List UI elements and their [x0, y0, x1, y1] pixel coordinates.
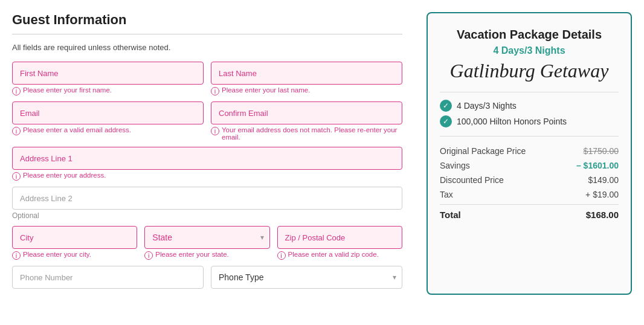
first-name-error: i Please enter your first name. — [12, 86, 204, 95]
phone-input[interactable] — [12, 266, 204, 289]
package-divider-1 — [440, 92, 619, 92]
package-title: Gatlinburg Getaway — [440, 60, 619, 82]
check-icon-2: ✓ — [440, 115, 452, 127]
email-group: i Please enter a valid email address. — [12, 101, 204, 141]
price-table: Original Package Price $1750.00 Savings … — [440, 144, 619, 222]
page-title: Guest Information — [12, 12, 402, 28]
first-name-group: i Please enter your first name. — [12, 62, 204, 95]
city-group: i Please enter your city. — [12, 226, 137, 260]
price-row-discounted: Discounted Price $149.00 — [440, 173, 619, 187]
phone-group — [12, 266, 204, 289]
zip-input[interactable] — [277, 226, 402, 249]
guest-information-form: Guest Information All fields are require… — [12, 12, 402, 295]
phone-type-select-wrapper: Phone Type ▾ — [211, 266, 402, 289]
form-subtitle: All fields are required unless otherwise… — [12, 43, 402, 52]
savings-label: Savings — [440, 161, 470, 170]
price-row-tax: Tax + $19.00 — [440, 187, 619, 202]
address2-optional: Optional — [12, 211, 402, 220]
city-state-zip-row: i Please enter your city. State ▾ i Plea… — [12, 226, 402, 260]
tax-value: + $19.00 — [585, 190, 619, 199]
original-label: Original Package Price — [440, 146, 526, 156]
total-label: Total — [440, 210, 461, 220]
address1-input[interactable] — [12, 147, 402, 170]
info-icon-8: i — [277, 251, 286, 260]
address1-error: i Please enter your address. — [12, 172, 402, 181]
info-icon-4: i — [211, 127, 219, 135]
zip-group: i Please enter a valid zip code. — [277, 226, 402, 260]
total-value: $168.00 — [586, 210, 619, 220]
address1-row: i Please enter your address. — [12, 147, 402, 181]
zip-error: i Please enter a valid zip code. — [277, 251, 402, 260]
last-name-input[interactable] — [211, 62, 402, 85]
info-icon-3: i — [12, 127, 21, 135]
state-select[interactable]: State — [144, 226, 269, 249]
check-icon-1: ✓ — [440, 100, 452, 112]
address2-group: Optional — [12, 187, 402, 220]
info-icon: i — [12, 87, 21, 95]
confirm-email-group: i Your email address does not match. Ple… — [211, 101, 402, 141]
package-divider-2 — [440, 136, 619, 137]
phone-row: Phone Type ▾ — [12, 266, 402, 289]
state-error: i Please enter your state. — [144, 251, 269, 260]
phone-type-select[interactable]: Phone Type — [211, 266, 402, 289]
feature-label-2: 100,000 Hilton Honors Points — [457, 117, 567, 126]
feature-label-1: 4 Days/3 Nights — [457, 101, 517, 111]
title-divider — [12, 34, 402, 34]
info-icon-5: i — [12, 172, 21, 181]
address2-row: Optional — [12, 187, 402, 220]
address2-input[interactable] — [12, 187, 402, 210]
discounted-value: $149.00 — [588, 175, 619, 185]
price-row-original: Original Package Price $1750.00 — [440, 144, 619, 158]
email-row: i Please enter a valid email address. i … — [12, 101, 402, 141]
savings-value: – $1601.00 — [576, 161, 619, 170]
state-group: State ▾ i Please enter your state. — [144, 226, 269, 260]
info-icon-2: i — [211, 87, 219, 95]
package-heading: Vacation Package Details — [440, 28, 619, 42]
last-name-error: i Please enter your last name. — [211, 86, 402, 95]
state-select-wrapper: State ▾ — [144, 226, 269, 249]
city-error: i Please enter your city. — [12, 251, 137, 260]
package-days: 4 Days/3 Nights — [440, 45, 619, 56]
email-input[interactable] — [12, 101, 204, 124]
last-name-group: i Please enter your last name. — [211, 62, 402, 95]
confirm-email-input[interactable] — [211, 101, 402, 124]
original-value: $1750.00 — [584, 146, 619, 156]
feature-list: ✓ 4 Days/3 Nights ✓ 100,000 Hilton Honor… — [440, 100, 619, 127]
city-input[interactable] — [12, 226, 137, 249]
price-row-total: Total $168.00 — [440, 204, 619, 222]
feature-item-2: ✓ 100,000 Hilton Honors Points — [440, 115, 619, 127]
name-row: i Please enter your first name. i Please… — [12, 62, 402, 95]
info-icon-6: i — [12, 251, 21, 260]
feature-item-1: ✓ 4 Days/3 Nights — [440, 100, 619, 112]
price-row-savings: Savings – $1601.00 — [440, 158, 619, 173]
email-error: i Please enter a valid email address. — [12, 126, 204, 135]
address1-group: i Please enter your address. — [12, 147, 402, 181]
info-icon-7: i — [144, 251, 153, 260]
phone-type-group: Phone Type ▾ — [211, 266, 402, 289]
confirm-email-error: i Your email address does not match. Ple… — [211, 126, 402, 141]
package-card: Vacation Package Details 4 Days/3 Nights… — [427, 12, 632, 295]
discounted-label: Discounted Price — [440, 175, 504, 185]
first-name-input[interactable] — [12, 62, 204, 85]
tax-label: Tax — [440, 190, 453, 199]
